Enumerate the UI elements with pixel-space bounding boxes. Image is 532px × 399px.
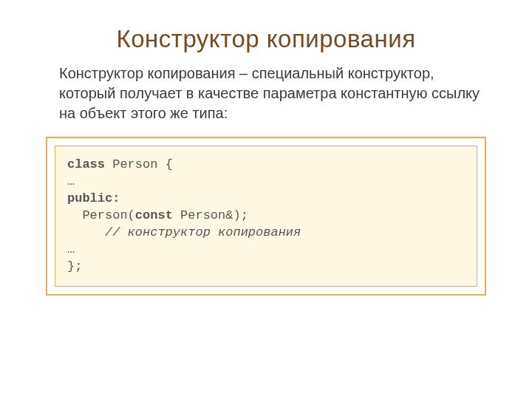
code-text: Person {	[105, 157, 173, 171]
code-text: …	[67, 242, 75, 256]
slide-body-text: Конструктор копирования – специальный ко…	[0, 53, 532, 123]
code-block-outer: class Person { … public: Person(const Pe…	[46, 137, 486, 296]
code-text: Person(	[67, 208, 135, 222]
code-text: };	[67, 259, 82, 273]
slide: Конструктор копирования Конструктор копи…	[0, 0, 532, 399]
slide-title: Конструктор копирования	[0, 0, 532, 53]
code-comment: // конструктор копирования	[67, 225, 301, 239]
code-keyword-class: class	[67, 157, 105, 171]
code-block: class Person { … public: Person(const Pe…	[55, 146, 477, 287]
code-text: Person&);	[173, 208, 248, 222]
code-keyword-const: const	[135, 208, 173, 222]
code-text: …	[67, 174, 75, 188]
code-keyword-public: public:	[67, 191, 120, 205]
